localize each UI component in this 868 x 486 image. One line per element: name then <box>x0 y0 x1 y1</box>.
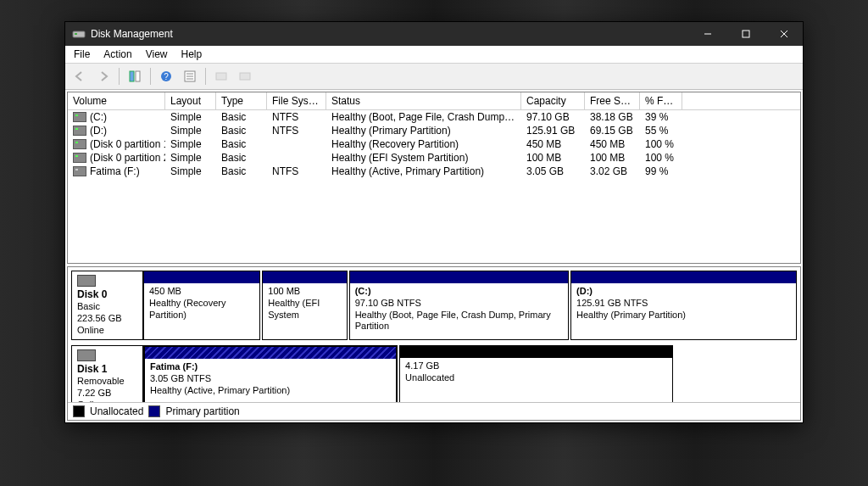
volume-fs: NTFS <box>267 165 326 178</box>
volume-body[interactable]: (C:)SimpleBasicNTFSHealthy (Boot, Page F… <box>68 110 800 263</box>
legend: Unallocated Primary partition <box>68 402 800 420</box>
volume-free: 450 MB <box>585 137 640 151</box>
volume-row[interactable]: (C:)SimpleBasicNTFSHealthy (Boot, Page F… <box>68 110 800 124</box>
disk-state: Online <box>77 399 104 402</box>
disk-type: Removable <box>77 376 125 386</box>
menu-action[interactable]: Action <box>97 47 138 62</box>
back-button <box>69 65 91 87</box>
volume-capacity: 450 MB <box>521 137 585 151</box>
volume-capacity: 97.10 GB <box>521 110 585 124</box>
col-layout[interactable]: Layout <box>165 92 216 109</box>
partition-label: 450 MBHealthy (Recovery Partition) <box>144 283 259 325</box>
svg-rect-14 <box>216 73 226 80</box>
volume-type: Basic <box>216 165 267 178</box>
col-pct[interactable]: % Free <box>640 92 682 109</box>
drive-icon <box>73 153 86 163</box>
partition[interactable]: 100 MBHealthy (EFI System <box>262 271 347 340</box>
window-title: Disk Management <box>91 28 173 40</box>
partition[interactable]: 4.17 GBUnallocated <box>399 345 673 402</box>
drive-icon <box>73 139 86 149</box>
legend-unalloc-swatch <box>73 405 85 417</box>
menu-file[interactable]: File <box>67 47 97 62</box>
partition-stripe <box>571 271 796 283</box>
volume-pct: 39 % <box>640 110 682 124</box>
maximize-button[interactable] <box>726 22 765 46</box>
volume-free: 38.18 GB <box>585 110 640 124</box>
volume-status: Healthy (Primary Partition) <box>326 124 521 137</box>
col-status[interactable]: Status <box>326 92 521 109</box>
help-icon[interactable]: ? <box>155 65 177 87</box>
volume-name: (Disk 0 partition 2) <box>90 152 165 164</box>
volume-fs: NTFS <box>267 110 326 124</box>
col-spacer[interactable] <box>682 92 800 109</box>
graphical-view: Disk 0Basic223.56 GBOnline450 MBHealthy … <box>67 266 801 421</box>
disk-label[interactable]: Disk 1Removable7.22 GBOnline <box>71 345 143 402</box>
disk-area[interactable]: Disk 0Basic223.56 GBOnline450 MBHealthy … <box>68 267 800 402</box>
volume-pct: 99 % <box>640 165 682 178</box>
col-capacity[interactable]: Capacity <box>521 92 585 109</box>
disk-type: Basic <box>77 301 100 311</box>
partition-label: (D:)125.91 GB NTFSHealthy (Primary Parti… <box>571 283 796 325</box>
disk-name: Disk 1 <box>77 363 107 375</box>
action1-icon <box>210 65 232 87</box>
col-type[interactable]: Type <box>216 92 267 109</box>
volume-capacity: 100 MB <box>521 151 585 165</box>
content-area: Volume Layout Type File System Status Ca… <box>65 90 803 422</box>
volume-status: Healthy (Recovery Partition) <box>326 137 521 151</box>
volume-type: Basic <box>216 110 267 124</box>
volume-status: Healthy (EFI System Partition) <box>326 151 521 165</box>
volume-row[interactable]: (D:)SimpleBasicNTFSHealthy (Primary Part… <box>68 124 800 137</box>
titlebar[interactable]: Disk Management <box>65 22 803 46</box>
minimize-button[interactable] <box>688 22 726 46</box>
col-volume[interactable]: Volume <box>68 92 165 109</box>
volume-layout: Simple <box>165 137 216 151</box>
volume-row[interactable]: (Disk 0 partition 1)SimpleBasicHealthy (… <box>68 137 800 151</box>
partition[interactable]: Fatima (F:)3.05 GB NTFSHealthy (Active, … <box>143 345 398 402</box>
volume-capacity: 125.91 GB <box>521 124 585 137</box>
col-free[interactable]: Free Spa... <box>585 92 640 109</box>
menu-view[interactable]: View <box>139 47 175 62</box>
volume-type: Basic <box>216 124 267 137</box>
refresh-icon[interactable] <box>124 65 146 87</box>
disk-state: Online <box>77 325 104 335</box>
volume-name: (C:) <box>90 111 107 123</box>
legend-primary-swatch <box>148 405 160 417</box>
partition[interactable]: 450 MBHealthy (Recovery Partition) <box>143 271 260 340</box>
svg-rect-6 <box>130 71 134 81</box>
col-fs[interactable]: File System <box>267 92 326 109</box>
volume-layout: Simple <box>165 124 216 137</box>
volume-row[interactable]: (Disk 0 partition 2)SimpleBasicHealthy (… <box>68 151 800 165</box>
svg-text:?: ? <box>164 72 169 81</box>
volume-pct: 100 % <box>640 137 682 151</box>
volume-status: Healthy (Active, Primary Partition) <box>326 165 521 178</box>
disk-label[interactable]: Disk 0Basic223.56 GBOnline <box>71 271 143 340</box>
volume-header-row: Volume Layout Type File System Status Ca… <box>68 92 800 110</box>
volume-free: 69.15 GB <box>585 124 640 137</box>
disk-row: Disk 1Removable7.22 GBOnlineFatima (F:)3… <box>71 345 797 402</box>
svg-rect-3 <box>743 31 749 37</box>
partition-stripe <box>400 346 672 358</box>
volume-fs: NTFS <box>267 124 326 137</box>
properties-icon[interactable] <box>179 65 201 87</box>
volume-fs <box>267 137 326 151</box>
close-button[interactable] <box>765 22 803 46</box>
drive-icon <box>73 126 86 136</box>
drive-icon <box>73 112 86 122</box>
partition-stripe <box>350 271 568 283</box>
volume-row[interactable]: Fatima (F:)SimpleBasicNTFSHealthy (Activ… <box>68 165 800 178</box>
partition[interactable]: (C:)97.10 GB NTFSHealthy (Boot, Page Fil… <box>349 271 569 340</box>
volume-name: (Disk 0 partition 1) <box>90 138 165 150</box>
partition[interactable]: (D:)125.91 GB NTFSHealthy (Primary Parti… <box>570 271 797 340</box>
volume-pct: 55 % <box>640 124 682 137</box>
toolbar: ? <box>65 64 803 90</box>
volume-type: Basic <box>216 151 267 165</box>
svg-rect-1 <box>75 33 77 35</box>
menu-help[interactable]: Help <box>175 47 209 62</box>
drive-icon <box>73 166 86 176</box>
action2-icon <box>234 65 256 87</box>
partition-label: (C:)97.10 GB NTFSHealthy (Boot, Page Fil… <box>350 283 568 337</box>
app-icon <box>72 27 86 41</box>
volume-layout: Simple <box>165 110 216 124</box>
partition-stripe <box>144 271 259 283</box>
volume-type: Basic <box>216 137 267 151</box>
